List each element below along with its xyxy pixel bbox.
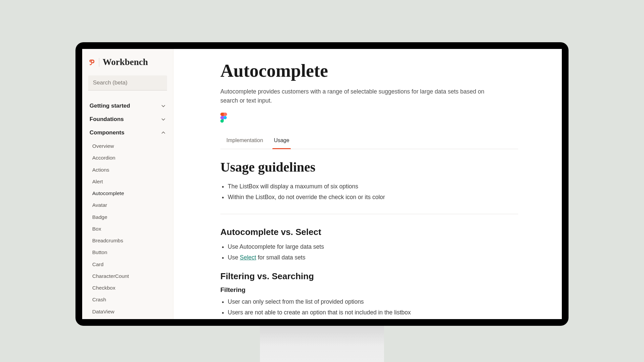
figma-icon (220, 118, 227, 124)
filtering-list: User can only select from the list of pr… (220, 297, 518, 318)
text: Use (228, 254, 240, 261)
nav-section-label: Foundations (90, 116, 124, 123)
list-item: The ListBox will display a maxumum of si… (228, 182, 518, 192)
sidebar-item-crash[interactable]: Crash (82, 294, 173, 305)
chevron-down-icon (161, 117, 166, 122)
sidebar-nav: Getting started Foundations Components (82, 95, 173, 317)
list-item: Use Select for small data sets (228, 253, 518, 263)
sidebar-item-dataview[interactable]: DataView (82, 306, 173, 317)
page-title: Autocomplete (220, 60, 518, 81)
brand[interactable]: Workbench (82, 57, 173, 75)
text: for small data sets (256, 254, 306, 261)
guidelines-list: The ListBox will display a maxumum of si… (220, 182, 518, 202)
screen: Workbench Getting started Foundations (82, 49, 562, 319)
page-description: Autocomplete provides customers with a r… (220, 87, 485, 105)
tab-usage[interactable]: Usage (274, 137, 289, 149)
nav-section-components[interactable]: Components (82, 126, 173, 139)
monitor-stand (260, 326, 384, 362)
divider (220, 214, 518, 214)
main-content: Autocomplete Autocomplete provides custo… (173, 49, 562, 319)
brand-name: Workbench (103, 57, 148, 67)
usage-guidelines-heading: Usage guidelines (220, 159, 518, 175)
sidebar-item-alert[interactable]: Alert (82, 176, 173, 187)
filtering-subheading: Filtering (220, 286, 518, 294)
search-input[interactable] (88, 75, 167, 90)
sidebar-item-overview[interactable]: Overview (82, 140, 173, 152)
figma-link[interactable] (220, 113, 227, 124)
sidebar-item-card[interactable]: Card (82, 258, 173, 270)
nav-items-components: OverviewAccordionActionsAlertAutocomplet… (82, 139, 173, 317)
brand-separator (99, 58, 99, 67)
list-item: User can only select from the list of pr… (228, 297, 518, 307)
list-item: Use Autocomplete for large data sets (228, 242, 518, 252)
nav-section-label: Components (90, 129, 124, 136)
nav-section-label: Getting started (90, 103, 130, 109)
sidebar-item-breadcrumbs[interactable]: Breadcrumbs (82, 235, 173, 246)
select-link[interactable]: Select (240, 254, 256, 261)
sidebar-item-actions[interactable]: Actions (82, 164, 173, 176)
tabs: ImplementationUsage (220, 137, 518, 149)
nav-section-getting-started[interactable]: Getting started (82, 99, 173, 113)
tab-implementation[interactable]: Implementation (226, 137, 263, 149)
sidebar: Workbench Getting started Foundations (82, 49, 173, 319)
sidebar-item-charactercount[interactable]: CharacterCount (82, 270, 173, 282)
filter-search-heading: Filtering vs. Searching (220, 271, 518, 282)
svg-point-0 (223, 116, 227, 119)
sidebar-item-badge[interactable]: Badge (82, 211, 173, 223)
sidebar-item-avatar[interactable]: Avatar (82, 199, 173, 211)
sidebar-item-box[interactable]: Box (82, 223, 173, 235)
monitor-frame: Workbench Getting started Foundations (75, 42, 569, 326)
sidebar-item-checkbox[interactable]: Checkbox (82, 282, 173, 294)
chevron-down-icon (161, 104, 166, 108)
vs-select-heading: Autocomplete vs. Select (220, 227, 518, 237)
list-item: Users are not able to create an option t… (228, 308, 518, 318)
sidebar-item-accordion[interactable]: Accordion (82, 152, 173, 164)
sidebar-item-autocomplete[interactable]: Autocomplete (82, 187, 173, 199)
list-item: Within the ListBox, do not override the … (228, 192, 518, 202)
vs-select-list: Use Autocomplete for large data sets Use… (220, 242, 518, 263)
sidebar-item-button[interactable]: Button (82, 246, 173, 258)
nav-section-foundations[interactable]: Foundations (82, 113, 173, 126)
chevron-up-icon (161, 130, 166, 135)
brand-logomark-icon (88, 59, 96, 66)
